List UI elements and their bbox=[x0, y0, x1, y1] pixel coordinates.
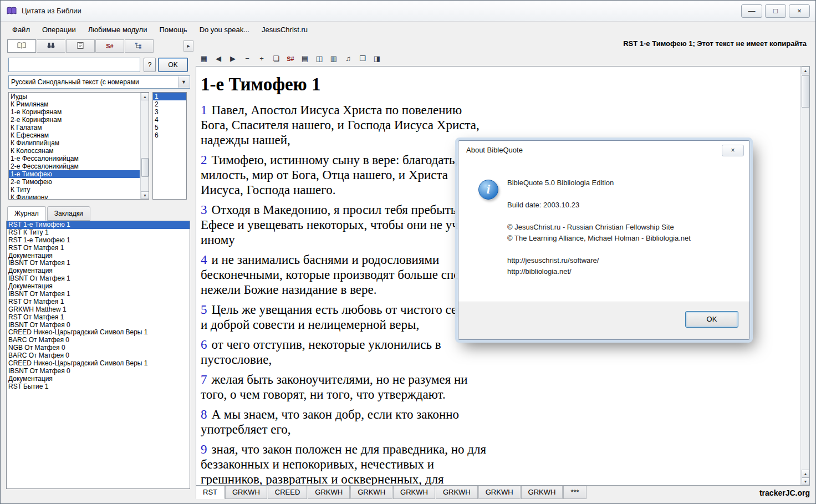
chapter-item[interactable]: 6 bbox=[153, 131, 186, 139]
text-icon[interactable]: ▤ bbox=[299, 53, 311, 65]
chapter-item[interactable]: 4 bbox=[153, 116, 186, 124]
journal-item[interactable]: CREED Никео-Царьградский Символ Веры 1 bbox=[7, 329, 190, 337]
verse-number[interactable]: 4 bbox=[201, 253, 207, 267]
search-ok-button[interactable]: OK bbox=[158, 58, 188, 72]
scroll-up-icon[interactable]: ▲ bbox=[141, 93, 149, 100]
journal-item[interactable]: RST 1-е Тимофею 1 bbox=[7, 221, 190, 229]
tab-search[interactable] bbox=[37, 39, 65, 53]
journal-item[interactable]: RST 1-е Тимофею 1 bbox=[7, 237, 190, 245]
panel-tab[interactable]: Журнал bbox=[7, 206, 46, 221]
scroll-up-icon[interactable]: ▲ bbox=[802, 470, 809, 477]
verse-number[interactable]: 2 bbox=[201, 153, 207, 167]
module-tab[interactable]: GRKWH bbox=[521, 486, 563, 499]
maximize-icon[interactable]: □ bbox=[765, 4, 786, 18]
tab-notes[interactable] bbox=[66, 39, 95, 53]
module-tab[interactable]: GRKWH bbox=[350, 486, 392, 499]
book-item[interactable]: К Филимону bbox=[9, 194, 140, 200]
dropdown-arrow-icon[interactable]: ▼ bbox=[178, 77, 189, 88]
chapter-item[interactable]: 5 bbox=[153, 124, 186, 131]
book-item[interactable]: 2-е Фессалоникийцам bbox=[9, 162, 140, 170]
module-tab[interactable]: GRKWH bbox=[436, 486, 478, 499]
module-tab[interactable]: GRKWH bbox=[308, 486, 350, 499]
journal-item[interactable]: Документация bbox=[7, 283, 190, 291]
journal-item[interactable]: Документация bbox=[7, 267, 190, 275]
journal-item[interactable]: BARC От Матфея 0 bbox=[7, 352, 190, 360]
menu-item[interactable]: JesusChrist.ru bbox=[256, 23, 314, 36]
journal-item[interactable]: CREED Никео-Царьградский Символ Веры 1 bbox=[7, 360, 190, 368]
module-tab[interactable]: RST bbox=[196, 486, 225, 499]
scroll-up-icon[interactable]: ▲ bbox=[802, 67, 809, 74]
url-line-1[interactable]: http://jesuschrist.ru/software/ bbox=[507, 255, 740, 266]
verse-number[interactable]: 5 bbox=[201, 303, 207, 317]
book-item[interactable]: Иуды bbox=[9, 93, 140, 100]
menu-item[interactable]: Любимые модули bbox=[82, 23, 154, 36]
menu-item[interactable]: Do you speak... bbox=[193, 23, 256, 36]
audio-icon[interactable]: ♫ bbox=[342, 53, 354, 65]
help-button[interactable]: ? bbox=[144, 58, 156, 72]
dialog-ok-button[interactable]: OK bbox=[685, 311, 738, 328]
verse-number[interactable]: 6 bbox=[201, 338, 207, 352]
book-item[interactable]: К Филиппийцам bbox=[9, 139, 140, 147]
journal-item[interactable]: GRKWH Matthew 1 bbox=[7, 306, 190, 314]
close-icon[interactable]: × bbox=[789, 4, 810, 18]
main-scrollbar[interactable]: ▲ ▲ ▼ bbox=[800, 67, 809, 485]
journal-item[interactable]: RST От Матфея 1 bbox=[7, 245, 190, 252]
menu-item[interactable]: Файл bbox=[6, 23, 36, 36]
book-item[interactable]: К Галатам bbox=[9, 124, 140, 131]
book-item[interactable]: 1-е Фессалоникийцам bbox=[9, 155, 140, 162]
new-window-icon[interactable]: ▦ bbox=[198, 53, 210, 65]
journal-item[interactable]: RST От Матфея 1 bbox=[7, 314, 190, 322]
properties-icon[interactable]: ❒ bbox=[356, 53, 369, 65]
verse-number[interactable]: 1 bbox=[201, 103, 207, 117]
chapter-item[interactable]: 1 bbox=[153, 93, 186, 100]
books-scrollbar[interactable]: ▲ ▼ bbox=[140, 93, 149, 199]
zoom-in-icon[interactable]: + bbox=[256, 53, 268, 65]
journal-item[interactable]: Документация bbox=[7, 375, 190, 383]
zoom-out-icon[interactable]: − bbox=[241, 53, 253, 65]
module-tab[interactable]: GRKWH bbox=[393, 486, 435, 499]
book-item[interactable]: К Титу bbox=[9, 186, 140, 194]
tab-books[interactable] bbox=[7, 39, 36, 53]
menu-item[interactable]: Помощь bbox=[153, 23, 193, 36]
journal-item[interactable]: IBSNT От Матфея 0 bbox=[7, 322, 190, 329]
journal-item[interactable]: NGB От Матфея 0 bbox=[7, 344, 190, 352]
tab-scroll-right-button[interactable]: ▸ bbox=[183, 40, 193, 52]
translation-select[interactable]: Русский Синодальный текст (с номерами ▼ bbox=[8, 75, 190, 89]
tab-modules-tree[interactable] bbox=[125, 39, 154, 53]
verse-number[interactable]: 8 bbox=[201, 408, 207, 421]
scroll-down-icon[interactable]: ▼ bbox=[141, 191, 149, 199]
minimize-icon[interactable]: — bbox=[741, 4, 762, 18]
module-tab[interactable]: *** bbox=[563, 486, 586, 499]
journal-item[interactable]: IBSNT От Матфея 1 bbox=[7, 275, 190, 283]
journal-item[interactable]: Документация bbox=[7, 252, 190, 260]
book-item[interactable]: 1-е Коринфянам bbox=[9, 108, 140, 116]
verse-number[interactable]: 9 bbox=[201, 442, 207, 456]
module-tab[interactable]: GRKWH bbox=[478, 486, 521, 499]
module-tab[interactable]: CREED bbox=[268, 486, 308, 499]
book-item[interactable]: К Ефесянам bbox=[9, 131, 140, 139]
back-icon[interactable]: ◀ bbox=[212, 53, 225, 65]
verse-number[interactable]: 3 bbox=[201, 203, 207, 217]
scroll-down-icon[interactable]: ▼ bbox=[802, 477, 809, 485]
print-icon[interactable]: ▥ bbox=[328, 53, 340, 65]
print-preview-icon[interactable]: ◫ bbox=[313, 53, 325, 65]
journal-item[interactable]: IBSNT От Матфея 1 bbox=[7, 291, 190, 298]
scroll-thumb[interactable] bbox=[141, 158, 149, 177]
forward-icon[interactable]: ▶ bbox=[227, 53, 239, 65]
panel-tab[interactable]: Закладки bbox=[47, 206, 90, 221]
book-item[interactable]: К Колоссянам bbox=[9, 147, 140, 155]
book-item[interactable]: К Римлянам bbox=[9, 100, 140, 108]
book-item[interactable]: 2-е Коринфянам bbox=[9, 116, 140, 124]
verse-number[interactable]: 7 bbox=[201, 373, 207, 386]
url-line-2[interactable]: http://bibliologia.net/ bbox=[507, 266, 740, 277]
journal-item[interactable]: RST К Титу 1 bbox=[7, 229, 190, 237]
search-input[interactable] bbox=[8, 58, 140, 72]
menu-item[interactable]: Операции bbox=[36, 23, 82, 36]
book-item[interactable]: 1-е Тимофею bbox=[9, 170, 140, 178]
chapter-item[interactable]: 3 bbox=[153, 108, 186, 116]
tab-strongs[interactable]: S# bbox=[95, 39, 124, 53]
journal-item[interactable]: BARC От Матфея 0 bbox=[7, 337, 190, 344]
copy-icon[interactable]: ❏ bbox=[270, 53, 282, 65]
chapter-item[interactable]: 2 bbox=[153, 100, 186, 108]
journal-item[interactable]: RST Бытие 1 bbox=[7, 383, 190, 391]
